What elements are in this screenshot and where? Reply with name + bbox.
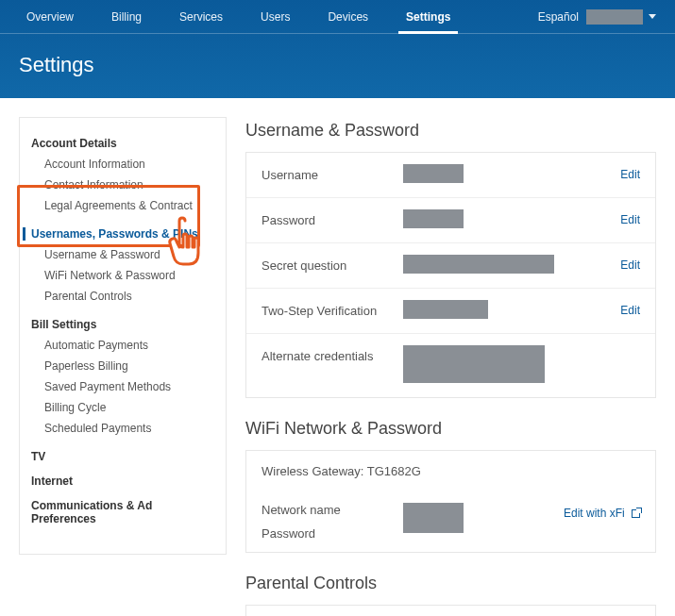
sidebar: Account Details Account Information Cont… <box>19 117 227 555</box>
edit-two-step[interactable]: Edit <box>620 300 640 317</box>
tab-settings[interactable]: Settings <box>398 0 458 34</box>
body: Account Details Account Information Cont… <box>0 98 675 616</box>
page-title: Settings <box>19 53 656 77</box>
page-title-band: Settings <box>0 34 675 98</box>
sidebar-item-billing-cycle[interactable]: Billing Cycle <box>31 397 214 418</box>
sidebar-section-tv: TV <box>31 450 214 463</box>
section-title-username-password: Username & Password <box>245 121 656 141</box>
sidebar-item-username-password[interactable]: Username & Password <box>31 244 214 265</box>
label-password: Password <box>262 209 403 227</box>
label-alternate-credentials: Alternate credentials <box>262 345 403 363</box>
label-two-step: Two-Step Verification <box>262 300 403 318</box>
language-selector[interactable]: Español <box>538 10 579 24</box>
sidebar-item-parental-controls[interactable]: Parental Controls <box>31 286 214 307</box>
row-secret-question: Secret question Edit <box>246 243 655 289</box>
sidebar-section-account-details: Account Details Account Information Cont… <box>31 137 214 216</box>
label-secret-question: Secret question <box>262 255 403 273</box>
row-parental: Use Parental Controls to block or limit … <box>246 606 655 616</box>
tab-users[interactable]: Users <box>253 0 297 34</box>
row-wifi-details: Network name Password Edit with xFi <box>246 491 655 552</box>
edit-password[interactable]: Edit <box>620 209 640 226</box>
masked-value-username <box>403 164 464 183</box>
main-content: Username & Password Username Edit Passwo… <box>245 117 656 616</box>
sidebar-section-usernames: Usernames, Passwords & PINs Username & P… <box>31 227 214 307</box>
tab-devices[interactable]: Devices <box>320 0 376 34</box>
sidebar-section-communications: Communications & Ad Preferences <box>31 499 214 525</box>
sidebar-heading-internet[interactable]: Internet <box>31 474 214 488</box>
sidebar-item-scheduled-payments[interactable]: Scheduled Payments <box>31 418 214 439</box>
label-username: Username <box>262 164 403 182</box>
card-wifi: Wireless Gateway: TG1682G Network name P… <box>245 450 656 553</box>
sidebar-section-internet: Internet <box>31 474 214 488</box>
masked-value-alternate-credentials <box>403 345 545 383</box>
label-wifi-password: Password <box>262 526 403 541</box>
sidebar-item-contact-information[interactable]: Contact Information <box>31 175 214 195</box>
masked-value-two-step <box>403 300 488 319</box>
sidebar-item-paperless-billing[interactable]: Paperless Billing <box>31 356 214 376</box>
label-network-name: Network name <box>262 503 403 517</box>
tab-services[interactable]: Services <box>172 0 230 34</box>
masked-value-password <box>403 209 464 228</box>
row-alternate-credentials: Alternate credentials <box>246 334 655 397</box>
external-link-icon <box>632 509 640 518</box>
sidebar-heading-usernames[interactable]: Usernames, Passwords & PINs <box>23 227 214 241</box>
chevron-down-icon[interactable] <box>649 14 656 19</box>
edit-with-xfi[interactable]: Edit with xFi <box>564 503 640 520</box>
sidebar-heading-account-details[interactable]: Account Details <box>31 137 214 150</box>
sidebar-item-automatic-payments[interactable]: Automatic Payments <box>31 335 214 356</box>
card-parental: Use Parental Controls to block or limit … <box>245 605 656 616</box>
header: Overview Billing Services Users Devices … <box>0 0 675 98</box>
row-two-step: Two-Step Verification Edit <box>246 289 655 334</box>
edit-secret-question[interactable]: Edit <box>620 255 640 272</box>
sidebar-section-bill-settings: Bill Settings Automatic Payments Paperle… <box>31 318 214 439</box>
section-title-wifi: WiFi Network & Password <box>245 419 656 439</box>
edit-with-xfi-label: Edit with xFi <box>564 507 625 520</box>
sidebar-heading-communications[interactable]: Communications & Ad Preferences <box>31 499 214 525</box>
sidebar-item-saved-payment-methods[interactable]: Saved Payment Methods <box>31 376 214 397</box>
user-name-masked <box>586 9 643 25</box>
row-password: Password Edit <box>246 198 655 243</box>
sidebar-item-wifi-password[interactable]: WiFi Network & Password <box>31 265 214 286</box>
sidebar-heading-tv[interactable]: TV <box>31 450 214 463</box>
masked-value-wifi <box>403 503 464 533</box>
masked-value-secret-question <box>403 255 554 274</box>
tab-overview[interactable]: Overview <box>19 0 81 34</box>
top-nav: Overview Billing Services Users Devices … <box>0 0 675 34</box>
card-username-password: Username Edit Password Edit Secret quest… <box>245 152 656 398</box>
tab-billing[interactable]: Billing <box>104 0 149 34</box>
section-title-parental: Parental Controls <box>245 574 656 593</box>
edit-username[interactable]: Edit <box>620 164 640 181</box>
sidebar-item-legal-agreements[interactable]: Legal Agreements & Contract <box>31 195 214 216</box>
row-wireless-gateway: Wireless Gateway: TG1682G <box>246 451 655 491</box>
sidebar-heading-bill-settings[interactable]: Bill Settings <box>31 318 214 331</box>
row-username: Username Edit <box>246 153 655 198</box>
sidebar-item-account-information[interactable]: Account Information <box>31 154 214 175</box>
